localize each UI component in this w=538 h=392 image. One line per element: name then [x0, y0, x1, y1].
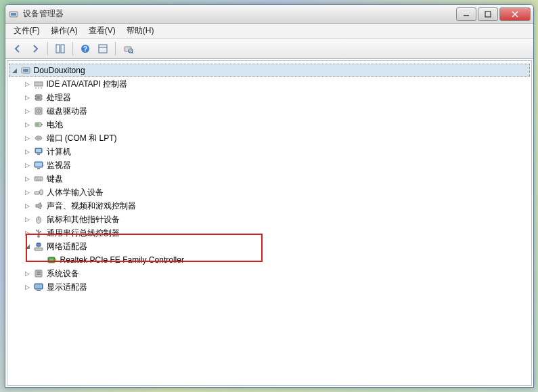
tree-node-label: 系统设备 — [47, 268, 79, 280]
svg-rect-70 — [37, 290, 41, 291]
svg-point-50 — [39, 190, 43, 195]
menu-help[interactable]: 帮助(H) — [121, 24, 160, 38]
tree-node-disk[interactable]: ▷ 磁盘驱动器 — [22, 104, 530, 118]
tree-node-system[interactable]: ▷ 系统设备 — [22, 267, 530, 280]
svg-rect-3 — [485, 12, 491, 17]
expand-icon[interactable]: ▷ — [24, 161, 32, 169]
tree-node-usb[interactable]: ▷ 通用串行总线控制器 — [22, 226, 530, 240]
svg-rect-45 — [37, 177, 38, 179]
expand-icon[interactable]: ▷ — [24, 215, 32, 223]
computer-icon — [20, 65, 31, 76]
keyboard-icon — [33, 173, 44, 184]
tree-node-audio[interactable]: ▷ 声音、视频和游戏控制器 — [22, 199, 530, 213]
tree-node-label: 通用串行总线控制器 — [47, 227, 120, 239]
svg-rect-39 — [37, 154, 40, 155]
hid-icon — [33, 187, 44, 198]
tree-node-label: 计算机 — [47, 146, 71, 158]
expand-icon[interactable]: ▷ — [24, 188, 32, 196]
svg-rect-46 — [39, 177, 40, 179]
close-button[interactable] — [499, 7, 531, 21]
collapse-icon[interactable]: ◢ — [11, 66, 19, 74]
help-button[interactable]: ? — [77, 41, 93, 57]
svg-rect-64 — [49, 259, 53, 261]
tree-node-label: 网络适配器 — [47, 241, 87, 253]
expand-icon[interactable]: ▷ — [24, 121, 32, 129]
tree-node-network[interactable]: ◢ 网络适配器 — [22, 240, 530, 253]
expand-icon[interactable]: ▷ — [24, 107, 32, 115]
usb-icon — [33, 227, 44, 238]
tree-node-label: 显示适配器 — [47, 282, 87, 293]
svg-rect-58 — [40, 231, 41, 232]
monitor-icon — [33, 160, 44, 171]
titlebar[interactable]: 设备管理器 — [5, 5, 533, 24]
svg-rect-48 — [36, 179, 41, 181]
device-tree-panel[interactable]: ◢ DouDouxitong▷ IDE ATA/ATAPI 控制器▷ 处理器▷ … — [7, 60, 532, 386]
menu-file[interactable]: 文件(F) — [8, 24, 45, 38]
svg-rect-38 — [36, 149, 41, 152]
tree-node-label: 人体学输入设备 — [47, 187, 104, 198]
menu-action[interactable]: 操作(A) — [45, 24, 83, 38]
svg-point-36 — [39, 137, 41, 139]
collapse-icon[interactable]: ◢ — [24, 242, 32, 251]
window-controls — [455, 7, 531, 21]
tree-node-hid[interactable]: ▷ 人体学输入设备 — [22, 186, 530, 199]
display-icon — [33, 282, 44, 292]
svg-point-57 — [36, 230, 37, 231]
tree-node-label: IDE ATA/ATAPI 控制器 — [47, 79, 128, 90]
tree-node-display[interactable]: ▷ 显示适配器 — [22, 280, 530, 294]
expand-icon[interactable]: ▷ — [24, 269, 32, 278]
expand-icon[interactable]: ▷ — [24, 175, 32, 183]
tree-root[interactable]: ◢ DouDouxitong — [9, 64, 530, 77]
svg-rect-10 — [99, 45, 107, 53]
svg-rect-69 — [35, 284, 42, 288]
svg-rect-32 — [36, 123, 39, 126]
menu-view[interactable]: 查看(V) — [83, 24, 121, 38]
svg-rect-1 — [11, 13, 16, 16]
svg-rect-49 — [35, 192, 39, 194]
forward-button[interactable] — [27, 41, 43, 57]
svg-rect-6 — [56, 45, 60, 53]
svg-rect-66 — [37, 271, 41, 273]
expand-icon[interactable]: ▷ — [24, 134, 32, 142]
tree-node-battery[interactable]: ▷ 电池 — [22, 118, 530, 131]
svg-point-34 — [37, 137, 38, 139]
battery-icon — [33, 119, 44, 130]
expand-icon[interactable]: ▷ — [24, 80, 32, 88]
tree-node-computer[interactable]: ▷ 计算机 — [22, 145, 530, 158]
toolbar-separator — [115, 42, 116, 56]
tree-node-keyboard[interactable]: ▷ 键盘 — [22, 172, 530, 186]
tree-node-mouse[interactable]: ▷ 鼠标和其他指针设备 — [22, 213, 530, 226]
port-icon — [33, 133, 44, 144]
computer-icon — [33, 146, 44, 157]
svg-rect-44 — [35, 177, 37, 179]
tree-node-cpu[interactable]: ▷ 处理器 — [22, 91, 530, 104]
show-hide-tree-button[interactable] — [52, 41, 68, 57]
tree-node-ide[interactable]: ▷ IDE ATA/ATAPI 控制器 — [22, 77, 530, 91]
ide-icon — [33, 79, 44, 89]
svg-rect-60 — [37, 243, 41, 246]
expand-icon[interactable]: ▷ — [24, 202, 32, 210]
expand-icon[interactable]: ▷ — [24, 283, 32, 291]
svg-point-29 — [38, 110, 39, 112]
audio-icon — [33, 200, 44, 211]
tree-root-label: DouDouxitong — [34, 66, 85, 75]
svg-text:?: ? — [83, 45, 87, 53]
svg-rect-43 — [35, 177, 43, 181]
network-icon — [33, 241, 44, 252]
cpu-icon — [33, 92, 44, 103]
svg-point-53 — [37, 235, 40, 238]
expand-icon[interactable]: ▷ — [24, 148, 32, 156]
tree-node-monitor[interactable]: ▷ 监视器 — [22, 158, 530, 172]
tree-node-port[interactable]: ▷ 端口 (COM 和 LPT) — [22, 131, 530, 145]
scan-hardware-button[interactable] — [120, 41, 136, 57]
expand-icon[interactable]: ▷ — [24, 229, 32, 237]
back-button[interactable] — [9, 41, 26, 57]
svg-rect-16 — [23, 69, 28, 72]
expand-icon[interactable]: ▷ — [24, 93, 32, 102]
tree-leaf-nic[interactable]: Realtek PCIe FE Family Controller — [36, 253, 530, 267]
minimize-button[interactable] — [456, 7, 476, 21]
maximize-button[interactable] — [478, 7, 498, 21]
properties-button[interactable] — [95, 41, 111, 57]
svg-rect-31 — [41, 124, 43, 125]
window-title: 设备管理器 — [23, 8, 455, 20]
